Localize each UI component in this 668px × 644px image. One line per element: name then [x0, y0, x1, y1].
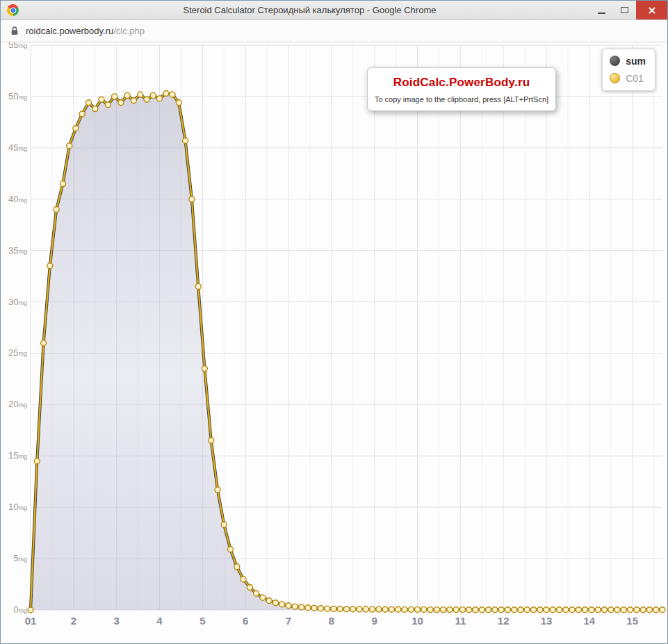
svg-text:4: 4 — [156, 615, 163, 627]
maximize-button[interactable] — [613, 1, 636, 19]
svg-text:10mg: 10mg — [8, 502, 27, 512]
y-axis-labels: 0mg5mg10mg15mg20mg25mg30mg35mg40mg45mg50… — [8, 42, 27, 615]
svg-text:5mg: 5mg — [13, 553, 27, 563]
minimize-button[interactable] — [590, 1, 613, 19]
chart-area: 0mg5mg10mg15mg20mg25mg30mg35mg40mg45mg50… — [1, 42, 667, 643]
svg-text:14: 14 — [584, 615, 596, 627]
svg-text:50mg: 50mg — [8, 91, 27, 101]
svg-text:01: 01 — [25, 615, 37, 627]
svg-text:5: 5 — [199, 615, 205, 627]
svg-text:3: 3 — [114, 615, 120, 627]
svg-text:40mg: 40mg — [8, 194, 27, 204]
url-text[interactable]: roidcalc.powerbody.ru/clc.php — [26, 26, 145, 36]
close-icon — [648, 6, 656, 15]
svg-text:20mg: 20mg — [8, 399, 27, 409]
svg-text:45mg: 45mg — [8, 142, 27, 153]
svg-text:2: 2 — [71, 615, 76, 627]
svg-text:12: 12 — [498, 615, 510, 627]
close-button[interactable] — [636, 1, 667, 19]
svg-text:10: 10 — [412, 615, 423, 627]
lock-icon[interactable] — [10, 26, 19, 36]
browser-window: Steroid Calculator Стероидный калькулято… — [0, 0, 668, 644]
legend-item-sum[interactable]: sum — [610, 56, 646, 66]
svg-text:15mg: 15mg — [8, 450, 27, 461]
url-domain: roidcalc.powerbody.ru — [26, 26, 113, 36]
chrome-logo-icon — [7, 4, 19, 16]
address-bar[interactable]: roidcalc.powerbody.ru/clc.php — [1, 20, 667, 42]
window-controls — [590, 1, 667, 19]
svg-text:13: 13 — [541, 615, 553, 627]
legend: sum C01 — [602, 49, 655, 91]
title-bar: Steroid Calculator Стероидный калькулято… — [1, 1, 667, 20]
watermark-tooltip: RoidCalc.PowerBody.ru To copy image to t… — [367, 67, 556, 111]
svg-text:8: 8 — [329, 615, 334, 627]
svg-text:30mg: 30mg — [8, 297, 27, 307]
svg-text:25mg: 25mg — [8, 347, 27, 358]
svg-text:6: 6 — [243, 615, 248, 627]
brand-text: RoidCalc.PowerBody.ru — [373, 76, 550, 90]
window-title: Steroid Calculator Стероидный калькулято… — [42, 5, 577, 15]
svg-text:11: 11 — [455, 615, 466, 627]
legend-label-c01: C01 — [626, 74, 644, 83]
legend-label-sum: sum — [626, 56, 646, 66]
maximize-icon — [621, 7, 628, 13]
c01-series-marker-icon — [610, 73, 620, 83]
url-path: /clc.php — [113, 26, 145, 36]
dose-chart[interactable]: 0mg5mg10mg15mg20mg25mg30mg35mg40mg45mg50… — [1, 42, 668, 644]
legend-item-c01[interactable]: C01 — [610, 73, 646, 83]
svg-text:15: 15 — [626, 615, 638, 627]
copy-hint-text: To copy image to the clipboard, press [A… — [373, 95, 550, 104]
svg-text:9: 9 — [372, 615, 377, 627]
svg-text:55mg: 55mg — [8, 42, 27, 50]
sum-series-marker-icon — [610, 56, 620, 66]
minimize-icon — [598, 7, 605, 14]
svg-text:7: 7 — [286, 615, 291, 627]
svg-text:0mg: 0mg — [13, 604, 27, 615]
x-axis-labels: 0123456789101112131415 — [25, 615, 638, 627]
svg-text:35mg: 35mg — [8, 245, 27, 256]
